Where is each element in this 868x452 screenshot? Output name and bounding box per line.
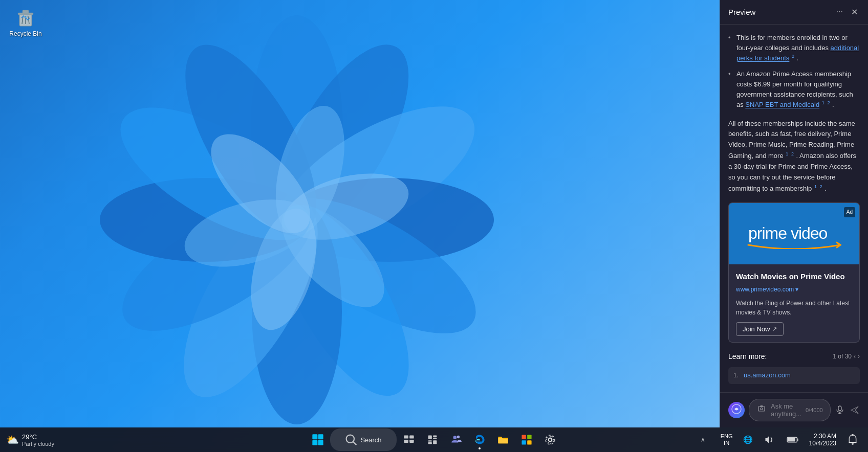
taskbar-weather[interactable]: ⛅ 29°C Partly cloudy — [0, 433, 60, 447]
notification-button[interactable] — [841, 428, 864, 451]
ad-title: Watch Movies on Prime Video — [736, 270, 852, 283]
panel-scrollable-content[interactable]: This is for members enrolled in two or f… — [720, 25, 868, 392]
nav-right-icon[interactable]: › — [858, 352, 860, 361]
ad-body: Watch Movies on Prime Video www.primevid… — [729, 264, 859, 342]
svg-point-35 — [346, 435, 354, 443]
ref-2[interactable]: 2 — [792, 54, 794, 59]
settings-button[interactable] — [539, 428, 561, 451]
taskbar-clock[interactable]: 2:30 AM 10/4/2023 — [805, 432, 840, 448]
ad-card[interactable]: Ad prime video Watch Movies on Prime Vid… — [728, 202, 860, 343]
ref-1[interactable]: 1 — [822, 100, 824, 105]
svg-text:prime video: prime video — [748, 224, 828, 242]
preview-panel: Preview ··· ✕ This is for members enroll… — [720, 0, 868, 427]
start-button[interactable] — [307, 428, 329, 451]
svg-rect-37 — [404, 436, 408, 439]
weather-info: 29°C Partly cloudy — [22, 433, 54, 447]
svg-rect-51 — [527, 435, 531, 439]
ask-input-container[interactable]: Ask me anything... 0/4000 — [749, 399, 831, 421]
svg-rect-38 — [409, 436, 414, 439]
clock-date: 10/4/2023 — [809, 440, 836, 447]
svg-rect-40 — [409, 440, 414, 443]
svg-rect-34 — [318, 440, 323, 445]
bullet-item-2: An Amazon Prime Access membership costs … — [728, 69, 860, 110]
ad-url[interactable]: www.primevideo.com ▾ — [736, 285, 852, 295]
ad-image: Ad prime video — [729, 203, 859, 264]
panel-input-area: Ask me anything... 0/4000 — [720, 392, 868, 427]
ref-para-3[interactable]: 1 — [814, 184, 817, 189]
screenshot-icon[interactable] — [756, 404, 767, 416]
svg-rect-32 — [318, 434, 323, 439]
recycle-bin-icon[interactable]: Recycle Bin — [8, 8, 44, 37]
svg-rect-33 — [312, 440, 317, 445]
svg-rect-44 — [428, 440, 432, 441]
svg-rect-41 — [428, 436, 432, 439]
ref-para-1[interactable]: 1 — [786, 151, 788, 156]
prime-video-logo: prime video — [743, 218, 845, 249]
copilot-avatar — [728, 402, 745, 418]
link-url-1: us.amazon.com — [744, 370, 791, 381]
send-button[interactable] — [849, 402, 860, 418]
panel-more-button[interactable]: ··· — [834, 6, 845, 18]
svg-line-36 — [354, 442, 357, 445]
svg-rect-43 — [433, 438, 437, 439]
panel-close-button[interactable]: ✕ — [849, 6, 860, 18]
svg-rect-39 — [404, 440, 408, 443]
taskbar-search-button[interactable]: Search — [330, 428, 397, 451]
edge-button[interactable] — [468, 428, 491, 451]
svg-point-61 — [852, 434, 854, 436]
svg-point-60 — [852, 443, 854, 445]
svg-rect-46 — [433, 440, 437, 444]
learn-more-title: Learn more: — [728, 351, 767, 362]
widgets-button[interactable] — [421, 428, 444, 451]
taskbar-right: ∧ ENG IN 🌐 2:30 AM 10/ — [692, 428, 868, 451]
store-button[interactable] — [515, 428, 538, 451]
bullet-list: This is for members enrolled in two or f… — [728, 33, 860, 110]
learn-more-link-1[interactable]: 1. us.amazon.com — [728, 367, 860, 384]
svg-point-27 — [761, 408, 763, 410]
external-link-icon: ↗ — [772, 326, 777, 332]
file-explorer-button[interactable] — [492, 428, 514, 451]
recycle-bin-label: Recycle Bin — [9, 30, 41, 37]
svg-rect-20 — [23, 10, 29, 13]
learn-more-header: Learn more: 1 of 30 ‹ › — [728, 351, 860, 362]
ref-para-2[interactable]: 2 — [791, 151, 794, 156]
taskbar: ⛅ 29°C Partly cloudy Search — [0, 427, 868, 452]
ask-placeholder: Ask me anything... — [771, 402, 801, 418]
teams-button[interactable] — [445, 428, 467, 451]
svg-rect-52 — [522, 440, 526, 444]
nav-left-icon[interactable]: ‹ — [854, 352, 856, 361]
ref-para-4[interactable]: 2 — [820, 184, 822, 189]
svg-rect-53 — [527, 440, 531, 444]
learn-more-section: Learn more: 1 of 30 ‹ › 1. us.amazon.com — [728, 351, 860, 384]
svg-rect-50 — [522, 435, 526, 439]
desktop-background — [0, 0, 614, 452]
link-number-1: 1. — [733, 371, 741, 380]
svg-point-48 — [457, 436, 460, 438]
search-label: Search — [360, 436, 381, 444]
network-icon[interactable]: 🌐 — [739, 428, 757, 451]
join-now-button[interactable]: Join Now ↗ — [736, 322, 784, 336]
prime-video-svg: prime video — [743, 218, 845, 249]
sound-icon[interactable] — [758, 428, 780, 451]
join-now-label: Join Now — [743, 325, 770, 333]
ad-description: Watch the Ring of Power and other Latest… — [736, 299, 852, 317]
svg-rect-58 — [797, 439, 798, 441]
weather-icon: ⛅ — [6, 434, 19, 446]
panel-header: Preview ··· ✕ — [720, 0, 868, 25]
svg-point-55 — [549, 438, 552, 441]
input-icons: 0/4000 — [806, 407, 823, 413]
copilot-avatar-icon — [731, 404, 742, 416]
battery-icon[interactable] — [782, 428, 804, 451]
ref-2b[interactable]: 2 — [827, 100, 830, 105]
bullet-item-1: This is for members enrolled in two or f… — [728, 33, 860, 64]
notification-chevron[interactable]: ∧ — [692, 428, 714, 451]
weather-temperature: 29°C — [22, 433, 54, 441]
svg-point-47 — [453, 436, 457, 439]
language-indicator[interactable]: ENG IN — [715, 428, 738, 451]
input-row: Ask me anything... 0/4000 — [728, 399, 860, 421]
snap-ebt-link[interactable]: SNAP EBT and Medicaid — [745, 101, 819, 109]
task-view-button[interactable] — [398, 428, 420, 451]
svg-rect-31 — [312, 434, 317, 439]
svg-rect-26 — [758, 406, 765, 411]
microphone-button[interactable] — [835, 402, 845, 418]
